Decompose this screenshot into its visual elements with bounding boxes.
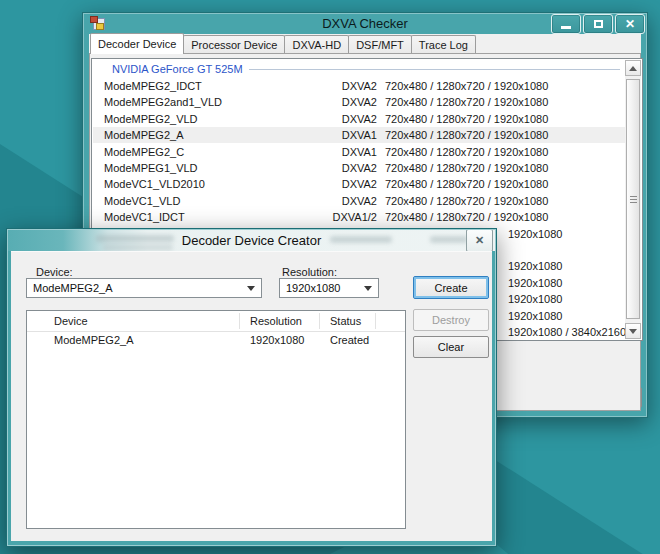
tab-trace-log[interactable]: Trace Log <box>411 35 476 54</box>
scroll-up-icon <box>629 66 637 71</box>
scroll-down-button[interactable] <box>625 323 641 339</box>
vertical-scrollbar[interactable] <box>625 60 641 339</box>
row-dxva-version: DXVA1/2 <box>307 209 377 225</box>
resolution-combobox-value: 1920x1080 <box>286 282 340 294</box>
row-device-name: ModeMPEG2_A <box>104 127 183 143</box>
scroll-up-button[interactable] <box>625 60 641 76</box>
scroll-down-icon <box>629 329 637 334</box>
device-label: Device: <box>36 266 73 278</box>
device-combobox[interactable]: ModeMPEG2_A <box>26 278 262 298</box>
resolution-label: Resolution: <box>282 266 337 278</box>
row-resolution-tail: 1920x1080 <box>508 275 562 291</box>
thumb-grip <box>630 199 637 200</box>
row-dxva-version: DXVA2 <box>307 78 377 94</box>
row-resolution-tail: 1920x1080 <box>508 291 562 307</box>
row-resolutions: 720x480 / 1280x720 / 1920x1080 <box>385 144 548 160</box>
row-resolutions: 720x480 / 1280x720 / 1920x1080 <box>385 78 548 94</box>
row-resolution-tail: 1920x1080 <box>508 258 562 274</box>
tab-dxva-hd[interactable]: DXVA-HD <box>284 35 349 54</box>
row-resolution-tail: 1920x1080 <box>508 226 562 242</box>
dialog-close-icon: ✕ <box>475 234 484 247</box>
row-resolutions: 720x480 / 1280x720 / 1920x1080 <box>385 193 548 209</box>
decoder-device-creator-dialog: Decoder Device Creator ✕ Device: ModeMPE… <box>6 228 497 547</box>
created-devices-listview[interactable]: Device Resolution Status ModeMPEG2_A1920… <box>26 310 406 529</box>
minimize-button[interactable] <box>551 14 581 34</box>
column-header-resolution[interactable]: Resolution <box>250 311 302 331</box>
tab-decoder-device[interactable]: Decoder Device <box>90 33 184 54</box>
minimize-icon <box>561 26 571 29</box>
column-separator <box>375 313 376 329</box>
row-device-name: ModeVC1_IDCT <box>104 209 185 225</box>
chevron-down-icon <box>247 286 255 291</box>
created-device-row[interactable]: ModeMPEG2_A1920x1080Created <box>27 332 405 349</box>
row-device-name: ModeMPEG2_IDCT <box>104 78 202 94</box>
scrollbar-thumb[interactable] <box>626 79 640 319</box>
decoder-list-row[interactable]: ModeMPEG1_VLDDXVA2720x480 / 1280x720 / 1… <box>93 160 625 176</box>
row-resolutions: 720x480 / 1280x720 / 1920x1080 <box>385 127 548 143</box>
row-dxva-version: DXVA2 <box>307 160 377 176</box>
row-dxva-version: DXVA2 <box>307 94 377 110</box>
gpu-name: NVIDIA GeForce GT 525M <box>112 61 243 77</box>
decoder-list-row[interactable]: ModeMPEG2_IDCTDXVA2720x480 / 1280x720 / … <box>93 78 625 94</box>
gpu-section-header: NVIDIA GeForce GT 525M <box>93 61 625 77</box>
row-dxva-version: DXVA1 <box>307 127 377 143</box>
decoder-list-row[interactable]: ModeMPEG2_CDXVA1720x480 / 1280x720 / 192… <box>93 144 625 160</box>
row-resolutions: 720x480 / 1280x720 / 1920x1080 <box>385 111 548 127</box>
maximize-button[interactable] <box>583 14 613 34</box>
tab-strip: Decoder DeviceProcessor DeviceDXVA-HDDSF… <box>90 35 475 54</box>
row-resolutions: 720x480 / 1280x720 / 1920x1080 <box>385 94 548 110</box>
resolution-combobox[interactable]: 1920x1080 <box>279 278 379 298</box>
row-device-name: ModeVC1_VLD <box>104 193 180 209</box>
cell-device-name: ModeMPEG2_A <box>54 332 133 349</box>
decoder-list-row[interactable]: ModeMPEG2_VLDDXVA2720x480 / 1280x720 / 1… <box>93 111 625 127</box>
row-dxva-version: DXVA2 <box>307 193 377 209</box>
row-device-name: ModeMPEG2and1_VLD <box>104 94 222 110</box>
tab-processor-device[interactable]: Processor Device <box>183 35 285 54</box>
row-resolution-tail: 1920x1080 <box>508 308 562 324</box>
decoder-list-row[interactable]: ModeVC1_VLD2010DXVA2720x480 / 1280x720 /… <box>93 176 625 192</box>
gpu-separator-line <box>249 69 620 70</box>
close-icon: ✕ <box>625 16 635 32</box>
maximize-icon <box>594 20 603 28</box>
column-separator <box>319 313 320 329</box>
column-header-device[interactable]: Device <box>54 311 88 331</box>
dialog-client-area: Device: ModeMPEG2_A Resolution: 1920x108… <box>11 251 492 541</box>
main-titlebar[interactable]: DXVA Checker ✕ <box>83 13 647 34</box>
chevron-down-icon <box>364 286 372 291</box>
decoder-list-row[interactable]: ModeMPEG2_ADXVA1720x480 / 1280x720 / 192… <box>93 127 625 143</box>
row-device-name: ModeMPEG1_VLD <box>104 160 198 176</box>
row-resolution-tail: 1920x1080 / 3840x2160 <box>508 324 625 339</box>
clear-button[interactable]: Clear <box>413 336 489 358</box>
device-combobox-value: ModeMPEG2_A <box>33 282 112 294</box>
row-device-name: ModeMPEG2_VLD <box>104 111 198 127</box>
caption-buttons: ✕ <box>551 14 645 34</box>
row-resolutions: 720x480 / 1280x720 / 1920x1080 <box>385 209 548 225</box>
row-device-name: ModeVC1_VLD2010 <box>104 176 205 192</box>
column-header-status[interactable]: Status <box>330 311 361 331</box>
cell-status: Created <box>330 332 369 349</box>
destroy-button: Destroy <box>413 309 489 331</box>
close-button[interactable]: ✕ <box>615 14 645 34</box>
row-dxva-version: DXVA2 <box>307 176 377 192</box>
decoder-list-row[interactable]: ModeVC1_VLDDXVA2720x480 / 1280x720 / 192… <box>93 193 625 209</box>
tab-dsf-mft[interactable]: DSF/MFT <box>348 35 412 54</box>
row-resolutions: 720x480 / 1280x720 / 1920x1080 <box>385 176 548 192</box>
row-device-name: ModeMPEG2_C <box>104 144 184 160</box>
cell-resolution: 1920x1080 <box>250 332 304 349</box>
row-dxva-version: DXVA1 <box>307 144 377 160</box>
decoder-list-row[interactable]: ModeMPEG2and1_VLDDXVA2720x480 / 1280x720… <box>93 94 625 110</box>
thumb-grip <box>630 202 637 203</box>
dialog-close-button[interactable]: ✕ <box>466 230 493 251</box>
dialog-title: Decoder Device Creator <box>8 230 495 251</box>
thumb-grip <box>630 196 637 197</box>
column-separator <box>239 313 240 329</box>
listview-header[interactable]: Device Resolution Status <box>27 311 405 332</box>
row-resolutions: 720x480 / 1280x720 / 1920x1080 <box>385 160 548 176</box>
create-button[interactable]: Create <box>413 276 489 299</box>
decoder-list-row[interactable]: ModeVC1_IDCTDXVA1/2720x480 / 1280x720 / … <box>93 209 625 225</box>
row-dxva-version: DXVA2 <box>307 111 377 127</box>
dialog-titlebar[interactable]: Decoder Device Creator ✕ <box>8 230 495 251</box>
